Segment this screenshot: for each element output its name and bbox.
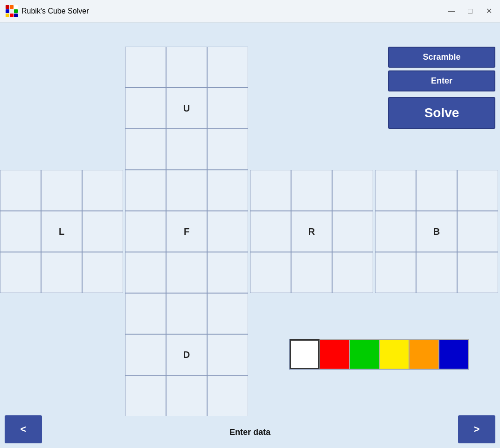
cell-D-2[interactable] xyxy=(207,293,248,334)
cell-L-5[interactable] xyxy=(82,211,123,252)
cell-B-2[interactable] xyxy=(457,170,498,211)
solve-button[interactable]: Solve xyxy=(388,97,495,129)
minimize-button[interactable]: — xyxy=(446,6,457,17)
enter-button[interactable]: Enter xyxy=(388,70,495,91)
face-F: F xyxy=(125,170,248,293)
cell-D-6[interactable] xyxy=(125,375,166,416)
color-orange[interactable] xyxy=(409,339,439,369)
cell-R-4[interactable]: R xyxy=(291,211,332,252)
cell-D-7[interactable] xyxy=(166,375,207,416)
face-L: L xyxy=(0,170,123,293)
cell-L-6[interactable] xyxy=(0,252,41,293)
app-icon xyxy=(6,5,18,17)
cell-F-5[interactable] xyxy=(207,211,248,252)
cell-L-7[interactable] xyxy=(41,252,82,293)
color-white[interactable] xyxy=(290,339,319,369)
cell-R-1[interactable] xyxy=(291,170,332,211)
cell-R-3[interactable] xyxy=(250,211,291,252)
cell-D-0[interactable] xyxy=(125,293,166,334)
color-green[interactable] xyxy=(349,339,379,369)
nav-left-button[interactable]: < xyxy=(5,415,42,443)
face-U: U xyxy=(125,47,248,170)
cell-R-6[interactable] xyxy=(250,252,291,293)
cell-B-0[interactable] xyxy=(375,170,416,211)
cell-F-1[interactable] xyxy=(166,170,207,211)
cell-B-8[interactable] xyxy=(457,252,498,293)
cell-D-8[interactable] xyxy=(207,375,248,416)
cell-D-3[interactable] xyxy=(125,334,166,375)
cell-L-2[interactable] xyxy=(82,170,123,211)
cell-U-3[interactable] xyxy=(125,88,166,129)
bottom-bar: < Enter data > xyxy=(0,416,500,448)
window-controls: — □ ✕ xyxy=(446,6,494,17)
cell-R-5[interactable] xyxy=(332,211,373,252)
cell-U-7[interactable] xyxy=(166,129,207,170)
enter-data-label: Enter data xyxy=(229,427,271,437)
face-B: B xyxy=(375,170,498,293)
cell-F-8[interactable] xyxy=(207,252,248,293)
right-panel: Scramble Enter Solve xyxy=(388,47,495,129)
scramble-button[interactable]: Scramble xyxy=(388,47,495,68)
color-palette xyxy=(289,339,469,370)
cell-U-0[interactable] xyxy=(125,47,166,88)
cell-F-4[interactable]: F xyxy=(166,211,207,252)
color-blue[interactable] xyxy=(439,339,469,369)
maximize-button[interactable]: □ xyxy=(465,6,476,17)
cell-B-5[interactable] xyxy=(457,211,498,252)
cell-U-4[interactable]: U xyxy=(166,88,207,129)
cell-D-1[interactable] xyxy=(166,293,207,334)
cell-L-4[interactable]: L xyxy=(41,211,82,252)
face-D: D xyxy=(125,293,248,416)
cell-B-7[interactable] xyxy=(416,252,457,293)
cell-L-1[interactable] xyxy=(41,170,82,211)
main-area: Scramble Enter Solve U L F xyxy=(0,22,500,448)
cell-F-2[interactable] xyxy=(207,170,248,211)
cell-R-0[interactable] xyxy=(250,170,291,211)
cell-L-3[interactable] xyxy=(0,211,41,252)
cell-L-0[interactable] xyxy=(0,170,41,211)
face-R: R xyxy=(250,170,373,293)
cell-L-8[interactable] xyxy=(82,252,123,293)
cell-R-2[interactable] xyxy=(332,170,373,211)
cell-R-7[interactable] xyxy=(291,252,332,293)
color-red[interactable] xyxy=(319,339,349,369)
cell-D-5[interactable] xyxy=(207,334,248,375)
cell-U-8[interactable] xyxy=(207,129,248,170)
cell-R-8[interactable] xyxy=(332,252,373,293)
cell-F-7[interactable] xyxy=(166,252,207,293)
cell-B-3[interactable] xyxy=(375,211,416,252)
cell-B-6[interactable] xyxy=(375,252,416,293)
cell-U-5[interactable] xyxy=(207,88,248,129)
cell-U-2[interactable] xyxy=(207,47,248,88)
cell-F-6[interactable] xyxy=(125,252,166,293)
color-yellow[interactable] xyxy=(379,339,409,369)
nav-right-button[interactable]: > xyxy=(458,415,495,443)
cell-D-4[interactable]: D xyxy=(166,334,207,375)
cell-B-1[interactable] xyxy=(416,170,457,211)
cell-F-3[interactable] xyxy=(125,211,166,252)
cell-F-0[interactable] xyxy=(125,170,166,211)
cell-U-6[interactable] xyxy=(125,129,166,170)
cell-B-4[interactable]: B xyxy=(416,211,457,252)
titlebar: Rubik's Cube Solver — □ ✕ xyxy=(0,0,500,22)
app-title: Rubik's Cube Solver xyxy=(21,7,89,15)
cell-U-1[interactable] xyxy=(166,47,207,88)
close-button[interactable]: ✕ xyxy=(483,6,494,17)
